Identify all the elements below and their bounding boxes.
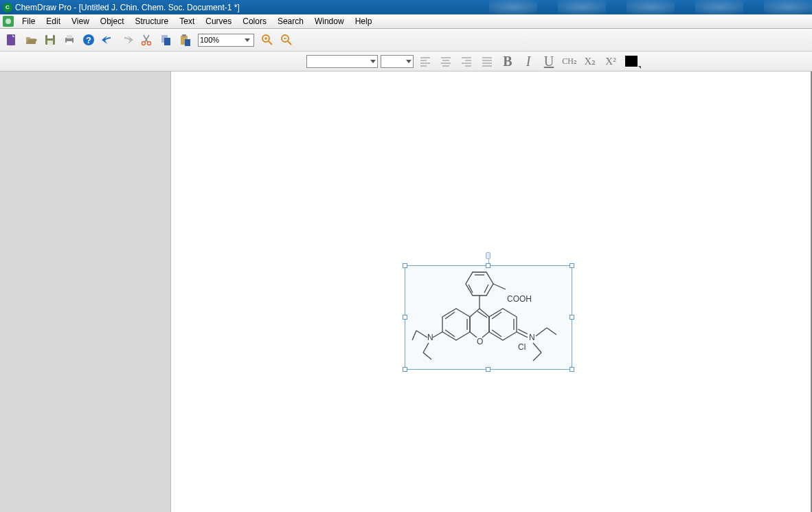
print-button[interactable] [60, 31, 78, 49]
open-button[interactable] [22, 31, 40, 49]
menu-text[interactable]: Text [174, 15, 200, 27]
svg-marker-46 [466, 272, 493, 296]
new-document-button[interactable] [3, 31, 21, 49]
font-name-combobox[interactable] [306, 55, 378, 68]
menu-colors[interactable]: Colors [237, 15, 272, 27]
resize-handle-ml[interactable] [403, 315, 407, 320]
svg-rect-19 [185, 39, 190, 46]
cut-button[interactable] [137, 31, 155, 49]
menu-file[interactable]: File [16, 15, 41, 27]
svg-line-26 [288, 41, 291, 45]
align-center-button[interactable] [437, 54, 455, 69]
main-toolbar: ? 100% [0, 29, 812, 52]
svg-rect-18 [182, 34, 186, 36]
subscript-button[interactable]: X₂ [581, 54, 599, 69]
menu-edit[interactable]: Edit [41, 15, 66, 27]
left-panel [0, 71, 171, 512]
workspace: COOH O [0, 71, 812, 512]
app-icon: C [3, 3, 12, 12]
app-menu-icon[interactable] [3, 16, 14, 27]
svg-line-71 [547, 328, 556, 335]
selection-box[interactable]: COOH O [405, 265, 572, 370]
zoom-out-button[interactable] [278, 31, 295, 49]
title-bar: C ChemDraw Pro - [Untitled J. Chin. Chem… [0, 0, 812, 14]
align-left-button[interactable] [416, 54, 434, 69]
chemical-structure[interactable]: COOH O [409, 269, 569, 368]
formula-button[interactable]: CH₂ [561, 54, 578, 69]
menu-view[interactable]: View [66, 15, 95, 27]
save-button[interactable] [41, 31, 59, 49]
svg-rect-16 [164, 38, 170, 45]
text-color-swatch[interactable] [625, 56, 638, 67]
resize-handle-mt[interactable] [486, 263, 490, 268]
svg-line-64 [416, 331, 427, 337]
svg-text:?: ? [86, 35, 91, 45]
svg-rect-5 [47, 41, 53, 45]
label-o: O [477, 337, 483, 346]
svg-line-67 [423, 353, 431, 359]
svg-line-55 [445, 330, 455, 337]
menu-object[interactable]: Object [95, 15, 130, 27]
svg-line-60 [492, 312, 501, 319]
svg-marker-59 [489, 309, 517, 340]
label-n-right: N [529, 333, 535, 342]
resize-handle-br[interactable] [569, 367, 574, 372]
svg-line-58 [477, 311, 487, 318]
label-cl: Cl [518, 342, 526, 352]
menu-search[interactable]: Search [272, 15, 309, 27]
copy-button[interactable] [157, 31, 174, 49]
font-size-combobox[interactable] [381, 55, 414, 68]
menu-curves[interactable]: Curves [200, 15, 237, 27]
svg-line-70 [536, 328, 547, 336]
svg-line-65 [412, 331, 416, 340]
svg-line-73 [533, 353, 541, 361]
menu-window[interactable]: Window [309, 15, 350, 27]
label-cooh: COOH [507, 294, 532, 304]
svg-line-72 [533, 343, 541, 353]
svg-point-0 [5, 19, 11, 24]
dropdown-icon [243, 35, 252, 45]
underline-button[interactable]: U [540, 54, 558, 69]
svg-line-62 [492, 330, 501, 337]
menu-bar: File Edit View Object Structure Text Cur… [0, 14, 812, 29]
menu-help[interactable]: Help [350, 15, 378, 27]
resize-handle-tl[interactable] [403, 263, 407, 268]
svg-rect-4 [47, 35, 53, 38]
drawing-canvas[interactable]: COOH O [171, 71, 812, 512]
redo-button[interactable] [118, 31, 136, 49]
window-title: ChemDraw Pro - [Untitled J. Chin. Chem. … [15, 3, 240, 12]
svg-line-48 [484, 285, 488, 293]
zoom-value: 100% [200, 36, 219, 44]
resize-handle-mb[interactable] [486, 367, 490, 372]
superscript-button[interactable]: X² [602, 54, 620, 69]
svg-point-14 [148, 42, 151, 45]
align-right-button[interactable] [458, 54, 475, 69]
rotate-handle[interactable] [486, 252, 490, 259]
svg-rect-7 [67, 35, 72, 38]
resize-handle-tr[interactable] [569, 263, 574, 268]
resize-handle-mr[interactable] [569, 315, 574, 320]
svg-point-13 [142, 42, 146, 45]
bold-button[interactable]: B [499, 54, 517, 69]
zoom-combobox[interactable]: 100% [198, 34, 254, 47]
label-n-left: N [427, 333, 433, 342]
menu-structure[interactable]: Structure [130, 15, 174, 27]
svg-marker-20 [245, 38, 250, 42]
svg-rect-8 [67, 41, 72, 45]
svg-line-51 [493, 284, 506, 289]
text-toolbar: B I U CH₂ X₂ X² [0, 52, 812, 71]
undo-button[interactable] [99, 31, 117, 49]
paste-button[interactable] [176, 31, 194, 49]
italic-button[interactable]: I [519, 54, 537, 69]
help-button[interactable]: ? [80, 31, 98, 49]
resize-handle-bl[interactable] [403, 367, 407, 372]
svg-line-66 [423, 343, 429, 353]
svg-marker-28 [370, 60, 376, 63]
zoom-in-button[interactable] [258, 31, 276, 49]
svg-marker-29 [406, 60, 411, 63]
svg-marker-52 [442, 309, 470, 340]
svg-line-22 [269, 41, 272, 45]
align-justify-button[interactable] [478, 54, 496, 69]
svg-line-53 [445, 312, 455, 319]
svg-line-63 [433, 332, 442, 337]
